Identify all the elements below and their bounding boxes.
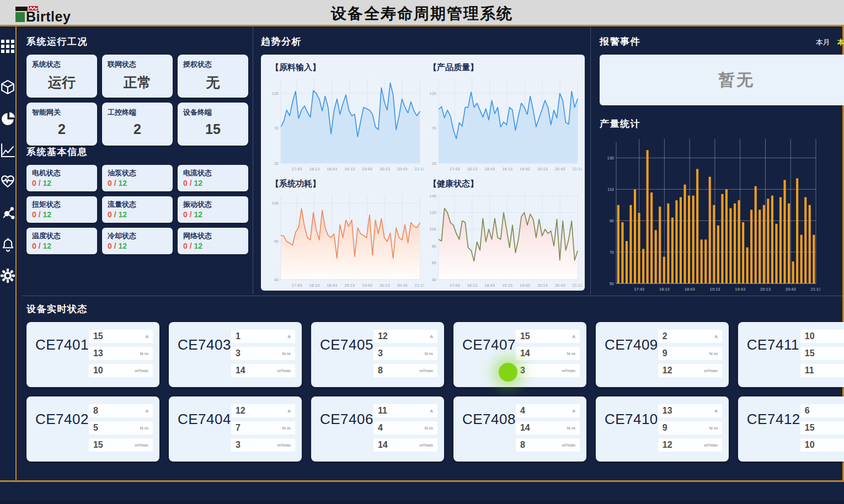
line-chart-icon[interactable] [0,142,15,158]
device-metric-value: 8 [378,366,383,376]
device-metric-value: 14 [520,348,530,358]
svg-text:140: 140 [429,194,436,199]
device-id: CE7412 [747,411,800,456]
svg-text:19:13: 19:13 [344,283,355,288]
status-card-value: 2 [32,121,92,137]
device-metrics: 12A7N·m3m³/min [231,404,295,456]
device-metric-row: 12m³/min [658,438,722,452]
device-metric-row: 12A [231,404,295,417]
device-metric-unit: N·m [140,351,148,356]
info-card-value: 0 / 12 [108,242,167,250]
device-metric-unit: A [146,409,148,414]
info-card-value: 0 / 12 [32,179,92,187]
svg-text:21:13: 21:13 [573,167,582,171]
devices-section: 设备实时状态 CE740115A13N·m10m³/minCE74031A3N·… [22,296,844,462]
product-quality-chart-title: 【产品质量】 [429,62,582,73]
svg-text:70: 70 [432,126,436,131]
svg-text:40: 40 [432,277,436,282]
device-card[interactable]: CE740412A7N·m3m³/min [169,396,302,462]
device-metric-unit: N·m [282,351,291,356]
heart-pulse-icon[interactable] [0,174,15,189]
content-area: 系统运行工况 系统状态运行联网状态正常授权状态无智能网关2工控终端2设备终端15… [17,26,844,480]
status-card-label: 设备终端 [183,108,243,117]
info-card-label: 冷却状态 [108,231,167,241]
device-metrics: 12A3N·m8m³/min [373,330,437,382]
system-info-grid: 电机状态0 / 12油泵状态0 / 12电流状态0 / 12扭矩状态0 / 12… [26,165,248,254]
svg-text:19:43: 19:43 [362,283,372,288]
device-metric-unit: A [288,409,291,414]
device-metric-value: 9 [663,423,667,433]
svg-text:120: 120 [429,210,436,215]
status-card-label: 工控终端 [108,108,167,117]
device-id: CE7403 [178,336,231,382]
device-metric-unit: A [146,334,148,339]
device-metric-value: 8 [93,406,98,416]
raw-input-chart-title: 【原料输入】 [271,62,424,73]
device-metric-value: 12 [236,406,245,416]
device-id: CE7402 [35,411,89,456]
pie-chart-icon[interactable] [0,111,15,126]
svg-text:20:43: 20:43 [555,283,565,288]
device-metric-row: 13N·m [89,347,153,360]
info-card-label: 扭矩状态 [32,200,92,210]
apps-grid-icon[interactable] [0,39,15,54]
svg-text:20: 20 [274,161,279,166]
alarm-tab[interactable]: 本周 [837,37,844,47]
device-card[interactable]: CE74092A9N·m12m³/min [596,322,729,387]
alarm-title: 报警事件 [600,35,640,48]
device-card[interactable]: CE74126A15N·m10m³/min [738,396,844,462]
device-metric-unit: m³/min [562,443,575,448]
device-card[interactable]: CE740611A4N·m14m³/min [311,396,444,462]
alarm-tab[interactable]: 本月 [816,37,830,47]
device-id: CE7411 [747,336,799,382]
device-metric-value: 15 [93,440,103,450]
svg-text:20: 20 [432,161,436,166]
device-metric-unit: A [288,334,291,339]
svg-text:60: 60 [432,260,436,265]
svg-text:17:43: 17:43 [292,167,302,171]
device-metric-row: 3N·m [231,347,295,360]
device-card[interactable]: CE741013A9N·m12m³/min [596,396,729,462]
device-metric-value: 7 [236,423,241,433]
info-card: 流量状态0 / 12 [102,196,173,223]
device-metric-row: 14N·m [516,347,580,360]
device-metric-row: 14m³/min [373,438,437,452]
device-metric-row: 8A [89,404,153,417]
bell-icon[interactable] [0,237,15,252]
svg-text:130: 130 [607,156,614,160]
cube-icon[interactable] [0,79,15,95]
device-id: CE7408 [462,411,516,456]
molecule-icon[interactable] [0,205,15,221]
status-card: 系统状态运行 [26,55,97,98]
device-card[interactable]: CE740512A3N·m8m³/min [311,322,444,387]
device-card[interactable]: CE741110A15N·m11m³/min [738,322,844,387]
device-metric-row: 4A [516,404,580,417]
info-card-label: 油泵状态 [108,168,167,178]
device-metric-row: 8m³/min [373,364,437,377]
device-card[interactable]: CE740115A13N·m10m³/min [26,322,159,387]
device-id: CE7401 [35,336,89,382]
device-card[interactable]: CE74084A14N·m8m³/min [453,396,586,462]
info-card-label: 网络状态 [183,231,243,241]
svg-text:100: 100 [429,227,436,232]
page-title: 设备全寿命周期管理系统 [0,3,844,24]
status-card: 工控终端2 [102,103,173,146]
device-metric-row: 9N·m [658,347,722,360]
status-card-value: 2 [108,121,167,137]
info-card: 网络状态0 / 12 [178,228,248,254]
status-card-value: 15 [183,121,243,137]
device-metric-value: 12 [663,440,672,450]
svg-text:20:13: 20:13 [380,167,390,171]
device-card[interactable]: CE74031A3N·m14m³/min [169,322,302,387]
system-info-title: 系统基本信息 [26,146,248,158]
gear-icon[interactable] [0,268,15,283]
health-status-chart: 【健康状态】 40608010012014017:4318:1318:4319:… [424,178,582,288]
device-card[interactable]: CE74028A5N·m15m³/min [26,396,159,462]
device-metrics: 15A13N·m10m³/min [89,330,153,382]
info-card-value: 0 / 12 [32,210,92,219]
device-id: CE7406 [320,411,373,456]
device-card[interactable]: CE740715A14N·m3m³/min [453,322,586,387]
alarm-empty-text: 暂无 [718,69,755,92]
device-metric-row: 15A [516,330,580,343]
svg-text:18:13: 18:13 [309,167,319,171]
